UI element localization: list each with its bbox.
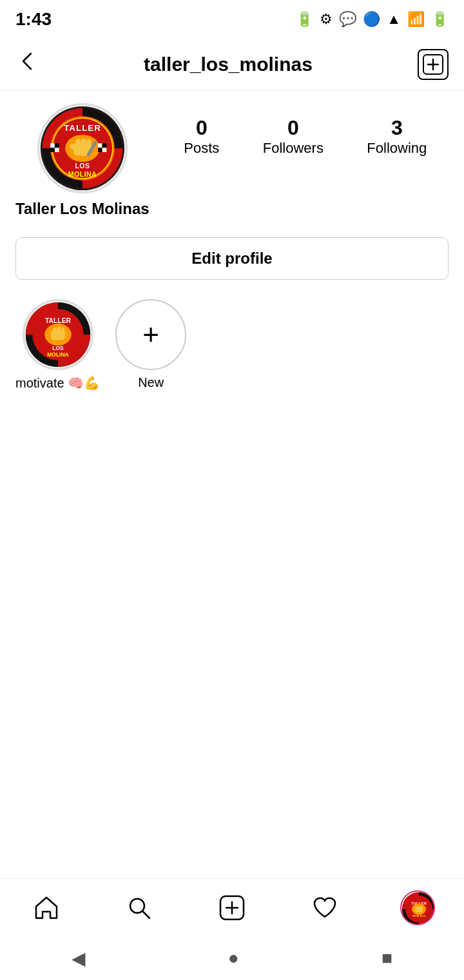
status-time: 1:43	[15, 9, 52, 30]
svg-rect-19	[55, 143, 59, 148]
home-icon	[32, 894, 61, 922]
svg-rect-20	[50, 148, 55, 152]
following-label: Following	[367, 140, 427, 157]
android-recent-button[interactable]: ■	[382, 948, 392, 968]
story-label-motivate: motivate 🧠💪	[15, 375, 100, 391]
username-title: taller_los_molinas	[39, 54, 418, 75]
svg-rect-25	[102, 148, 106, 152]
stats-row: 0 Posts 0 Followers 3 Following	[162, 116, 449, 157]
svg-text:TALLER: TALLER	[44, 317, 71, 324]
story-item-new[interactable]: + New	[115, 299, 186, 390]
full-battery-icon: 🔋	[431, 11, 449, 28]
following-count: 3	[391, 116, 403, 140]
android-home-button[interactable]: ●	[228, 948, 239, 968]
profile-nav-avatar: TALLER MOLINA	[400, 890, 435, 925]
search-icon	[125, 894, 153, 922]
svg-rect-12	[81, 139, 86, 145]
profile-nav-item[interactable]: TALLER MOLINA	[392, 882, 443, 934]
svg-rect-32	[57, 327, 61, 332]
posts-label: Posts	[184, 140, 219, 157]
posts-stat[interactable]: 0 Posts	[184, 116, 219, 157]
back-button[interactable]	[15, 50, 39, 79]
story-label-new: New	[138, 375, 164, 390]
story-item-motivate[interactable]: TALLER LOS MOLINA motivate 🧠💪	[15, 299, 100, 391]
bluetooth-icon: 🔵	[363, 11, 380, 28]
profile-section: TALLER LOS MOLINA	[0, 90, 464, 224]
svg-line-37	[142, 911, 150, 918]
android-back-button[interactable]: ◀	[72, 948, 86, 969]
android-nav: ◀ ● ■	[0, 936, 464, 980]
svg-rect-21	[55, 148, 59, 152]
activity-nav-item[interactable]	[299, 882, 351, 934]
svg-rect-23	[102, 143, 106, 148]
svg-rect-31	[53, 328, 57, 333]
profile-avatar[interactable]: TALLER LOS MOLINA	[37, 103, 128, 193]
add-post-nav-item[interactable]	[206, 882, 258, 934]
bottom-nav: TALLER MOLINA	[0, 878, 464, 936]
top-nav: taller_los_molinas	[0, 39, 464, 90]
svg-text:MOLINA: MOLINA	[47, 351, 69, 358]
svg-rect-18	[50, 143, 55, 148]
svg-rect-13	[86, 139, 91, 146]
edit-profile-button[interactable]: Edit profile	[15, 237, 449, 280]
followers-count: 0	[287, 116, 299, 140]
stories-row: TALLER LOS MOLINA motivate 🧠💪 + New	[0, 293, 464, 397]
add-post-icon	[218, 894, 246, 922]
add-story-button[interactable]: +	[115, 299, 186, 370]
home-nav-item[interactable]	[21, 882, 72, 934]
search-nav-item[interactable]	[113, 882, 165, 934]
svg-rect-24	[98, 148, 102, 152]
profile-display-name: Taller Los Molinas	[15, 200, 150, 218]
add-post-nav-button[interactable]	[418, 49, 449, 80]
svg-text:TALLER: TALLER	[64, 123, 101, 133]
svg-rect-45	[415, 906, 423, 912]
add-story-icon: +	[142, 318, 159, 351]
svg-text:MOLINA: MOLINA	[68, 170, 97, 178]
wifi-icon: ▲	[387, 11, 401, 28]
svg-rect-11	[75, 139, 81, 146]
svg-rect-14	[70, 144, 77, 149]
svg-rect-33	[61, 328, 64, 333]
followers-stat[interactable]: 0 Followers	[263, 116, 324, 157]
svg-text:LOS: LOS	[75, 162, 90, 170]
status-icons: 🔋 ⚙ 💬 🔵 ▲ 📶 🔋	[296, 11, 449, 28]
avatar-container: TALLER LOS MOLINA	[15, 103, 150, 218]
status-bar: 1:43 🔋 ⚙ 💬 🔵 ▲ 📶 🔋	[0, 0, 464, 39]
svg-text:LOS: LOS	[52, 345, 64, 351]
story-avatar-motivate: TALLER LOS MOLINA	[23, 299, 93, 370]
posts-count: 0	[196, 116, 208, 140]
settings-icon: ⚙	[320, 11, 333, 28]
heart-icon	[311, 894, 339, 922]
signal-icon: 📶	[407, 11, 425, 28]
battery-icon: 🔋	[296, 11, 313, 28]
following-stat[interactable]: 3 Following	[367, 116, 427, 157]
svg-rect-22	[98, 143, 102, 148]
followers-label: Followers	[263, 140, 324, 157]
svg-text:MOLINA: MOLINA	[412, 914, 426, 917]
messenger-icon: 💬	[339, 11, 356, 28]
